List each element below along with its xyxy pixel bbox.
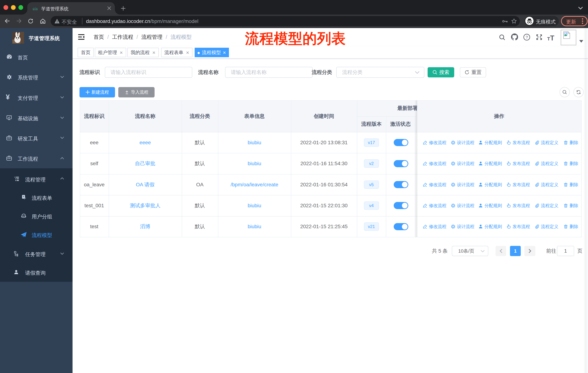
svg-text:?: ? [526,35,528,40]
